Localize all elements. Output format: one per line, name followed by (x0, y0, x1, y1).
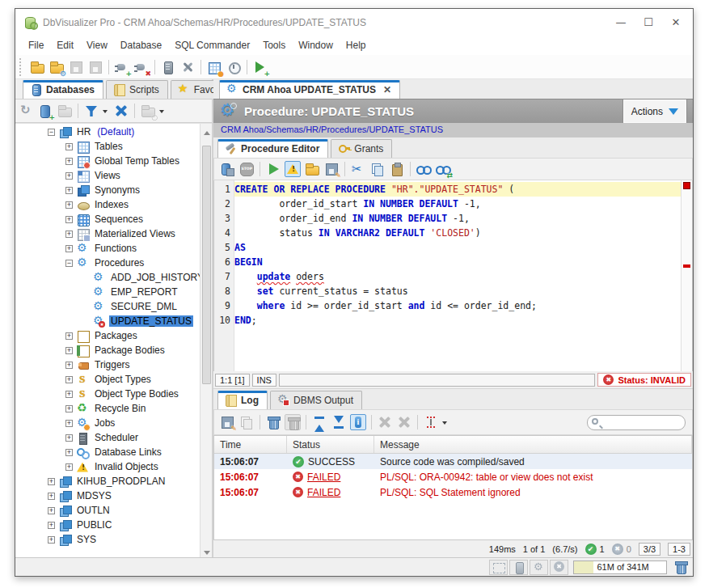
connect-icon[interactable]: + (114, 59, 130, 75)
add-connection-icon[interactable]: + (37, 103, 53, 119)
dropdown-caret-icon[interactable] (159, 110, 164, 116)
code-area[interactable]: CREATE OR REPLACE PROCEDURE "HR"."UPDATE… (234, 180, 681, 371)
close-button[interactable]: ✕ (662, 11, 690, 34)
new-sql-commander-icon[interactable]: + (252, 59, 268, 75)
grid-monitor-icon[interactable]: ● (206, 59, 222, 75)
execute-icon[interactable] (265, 161, 281, 177)
expand-icon[interactable]: + (65, 143, 73, 150)
toolbar-grip[interactable] (19, 58, 23, 76)
column-header[interactable]: Message (374, 436, 692, 453)
expand-icon[interactable]: + (65, 434, 73, 442)
tree-item-invalid-objects[interactable]: +Invalid Objects (15, 459, 200, 474)
log-row[interactable]: 15:06:07✖FAILEDPL/SQL: SQL Statement ign… (214, 484, 692, 500)
expand-icon[interactable]: + (65, 463, 73, 471)
tree-item-package-bodies[interactable]: +Package Bodies (15, 343, 200, 357)
expand-icon[interactable]: + (65, 362, 73, 369)
find-object-icon[interactable]: ○ (140, 103, 156, 119)
tree-scrollbar[interactable] (200, 124, 212, 557)
dropdown-caret-icon[interactable] (103, 110, 108, 116)
expand-icon[interactable]: + (65, 391, 73, 398)
status-x-icon[interactable] (550, 560, 568, 575)
refresh-icon[interactable] (18, 103, 34, 119)
expand-icon[interactable]: + (65, 231, 73, 238)
tree-item-procedures[interactable]: −Procedures (15, 256, 200, 270)
expand-icon[interactable]: + (65, 245, 73, 252)
sql-editor[interactable]: 12345678910 CREATE OR REPLACE PROCEDURE … (213, 180, 693, 371)
tab-procedure-editor[interactable]: Procedure Editor (217, 139, 328, 158)
tab-scripts[interactable]: Scripts (106, 80, 168, 99)
expand-icon[interactable]: + (65, 449, 73, 456)
tab-log[interactable]: Log (217, 391, 268, 409)
save-all-icon[interactable] (87, 59, 103, 75)
collapse-all-icon[interactable] (113, 103, 129, 119)
stop-icon[interactable] (238, 161, 255, 177)
scroll-top-icon[interactable] (311, 414, 327, 430)
menu-file[interactable]: File (22, 37, 50, 53)
tab-grants[interactable]: Grants (331, 139, 392, 158)
tree-item-sequences[interactable]: +Sequences (15, 212, 200, 226)
tree-item-database-links[interactable]: +Database Links (15, 445, 200, 459)
tree-item-jobs[interactable]: +Jobs (15, 416, 200, 430)
menu-edit[interactable]: Edit (50, 37, 80, 53)
tree-item-mdsys[interactable]: +MDSYS (15, 489, 200, 503)
tree-item-tables[interactable]: +Tables (15, 139, 200, 154)
tree-item-views[interactable]: +Views (15, 168, 200, 183)
column-header[interactable]: Status (287, 436, 374, 453)
collapse-icon[interactable]: − (65, 260, 73, 267)
expand-icon[interactable]: + (65, 376, 73, 383)
tree-item-functions[interactable]: +Functions (15, 241, 200, 256)
scroll-up-icon[interactable] (200, 124, 213, 136)
copy-icon[interactable] (238, 414, 255, 430)
column-header[interactable]: Time (214, 436, 287, 453)
scrollbar-thumb[interactable] (202, 146, 211, 384)
scroll-bottom-icon[interactable] (331, 414, 347, 430)
actions-button[interactable]: Actions (623, 99, 686, 123)
error-mark-icon[interactable] (683, 182, 690, 189)
collapse-icon[interactable]: − (48, 129, 55, 136)
log-row[interactable]: 15:06:07✔SUCCESSSource code was compiled… (214, 454, 692, 469)
tab-databases[interactable]: Databases (23, 80, 103, 99)
expand-icon[interactable]: + (65, 405, 73, 412)
menu-sql-commander[interactable]: SQL Commander (168, 37, 256, 53)
tree-item-packages[interactable]: +Packages (15, 328, 200, 343)
tab-object-view[interactable]: CRM Ahoa UPDATE_STATUS ✕ (219, 80, 400, 99)
find-icon[interactable] (416, 161, 432, 177)
tab-dbms-output[interactable]: DBMS Output (270, 391, 362, 409)
scroll-down-icon[interactable] (200, 545, 213, 557)
tree-item-global-temp-tables[interactable]: +Global Temp Tables (15, 154, 200, 168)
expand-icon[interactable]: + (65, 172, 73, 180)
expand-icon[interactable]: + (65, 216, 73, 223)
copy-icon[interactable] (369, 161, 386, 177)
filter-icon[interactable] (83, 103, 99, 119)
save-icon[interactable] (68, 59, 84, 75)
tree-item-indexes[interactable]: +Indexes (15, 197, 200, 212)
expand-icon[interactable]: + (65, 420, 73, 427)
expand-icon[interactable]: + (65, 158, 73, 165)
expand-icon[interactable]: + (48, 536, 55, 544)
tree-item-outln[interactable]: +OUTLN (15, 503, 200, 518)
menu-window[interactable]: Window (292, 37, 340, 53)
tree-item-emp-report[interactable]: EMP_REPORT (15, 285, 200, 299)
garbage-collect-icon[interactable] (673, 559, 689, 575)
open-folder2-icon[interactable] (304, 161, 320, 177)
status-gear-icon[interactable] (530, 560, 548, 575)
search-input[interactable] (599, 417, 685, 427)
tree-item-secure-dml[interactable]: SECURE_DML (15, 299, 200, 314)
expand-icon[interactable]: + (48, 493, 55, 500)
minimize-button[interactable]: — (607, 11, 635, 34)
tree-item-triggers[interactable]: +Triggers (15, 357, 200, 372)
tree-item-scheduler[interactable]: +Scheduler (15, 430, 200, 445)
open-folder-icon[interactable] (29, 59, 45, 75)
collapse-icon[interactable] (396, 414, 412, 430)
cut-icon[interactable] (350, 161, 366, 177)
info-icon[interactable] (350, 414, 366, 430)
memory-gauge[interactable]: 61M of 341M (573, 561, 667, 574)
time-monitor-icon[interactable] (226, 59, 242, 75)
tree-item-update-status[interactable]: UPDATE_STATUS (15, 314, 200, 328)
log-search-box[interactable] (587, 415, 686, 430)
menu-help[interactable]: Help (340, 37, 373, 53)
tail-icon[interactable] (423, 414, 439, 430)
tree-item-hr[interactable]: −HR(Default) (15, 125, 200, 139)
expand-icon[interactable]: + (48, 507, 55, 514)
status-db-icon[interactable] (509, 560, 528, 575)
